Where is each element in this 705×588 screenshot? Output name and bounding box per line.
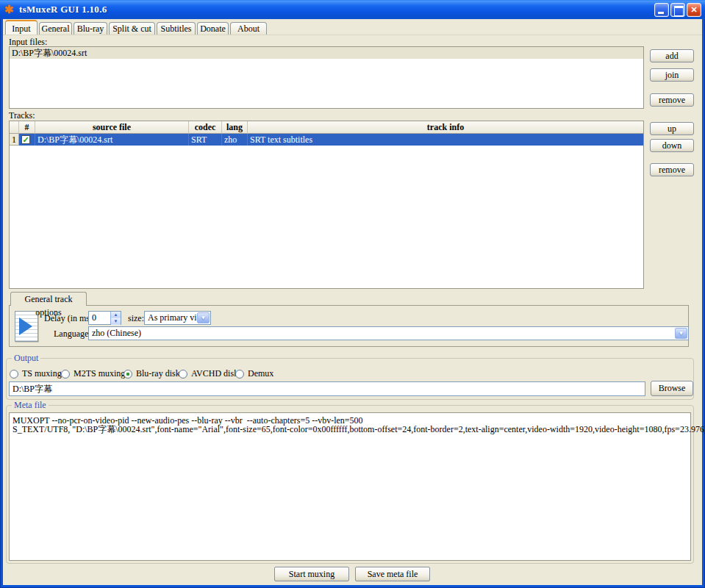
input-files-list[interactable]: D:\BP字幕\00024.srt	[9, 46, 644, 109]
size-label: size:	[128, 314, 144, 323]
delay-spinner[interactable]: 0 ▲ ▼	[88, 311, 121, 325]
join-button[interactable]: join	[650, 68, 694, 82]
radio-label: M2TS muxing	[74, 368, 125, 379]
input-file-item[interactable]: D:\BP字幕\00024.srt	[10, 47, 643, 59]
radio-icon[interactable]	[61, 370, 70, 379]
tab-about[interactable]: About	[230, 22, 267, 35]
window-title: tsMuxeR GUI 1.10.6	[19, 4, 107, 15]
remove-file-button[interactable]: remove	[650, 93, 694, 107]
radio-m2ts-muxing[interactable]: M2TS muxing	[61, 368, 125, 379]
app-icon: ✱	[4, 4, 16, 15]
output-path-input[interactable]	[9, 381, 645, 396]
radio-label: AVCHD disk	[191, 368, 238, 379]
tab-general-track-options[interactable]: General track options	[10, 292, 87, 306]
radio-label: TS muxing	[22, 368, 62, 379]
meta-textarea[interactable]: MUXOPT --no-pcr-on-video-pid --new-audio…	[9, 412, 691, 561]
maximize-button[interactable]	[670, 3, 685, 17]
tracks-header: # source file codec lang track info	[10, 121, 643, 134]
titlebar: ✱ tsMuxeR GUI 1.10.6 ✕	[0, 0, 705, 19]
col-checkbox[interactable]: #	[19, 121, 35, 134]
start-muxing-button[interactable]: Start muxing	[274, 567, 349, 581]
remove-track-button[interactable]: remove	[650, 163, 694, 176]
radio-demux[interactable]: Demux	[235, 368, 273, 379]
language-value: zho (Chinese)	[89, 327, 674, 340]
tab-donate[interactable]: Donate	[197, 22, 229, 35]
radio-avchd-disk[interactable]: AVCHD disk	[179, 368, 238, 379]
col-track-info[interactable]: track info	[248, 121, 643, 134]
radio-selected-icon[interactable]	[124, 370, 132, 379]
tab-general[interactable]: General	[39, 22, 72, 35]
tracks-label: Tracks:	[9, 111, 35, 121]
tab-split-cut[interactable]: Split & cut	[109, 22, 155, 35]
close-button[interactable]: ✕	[687, 3, 701, 17]
track-source: D:\BP字幕\00024.srt	[35, 134, 189, 146]
app-window: ✱ tsMuxeR GUI 1.10.6 ✕ Input General Blu…	[0, 0, 705, 588]
browse-button[interactable]: Browse	[651, 381, 693, 396]
track-info: SRT text subtitles	[248, 134, 643, 146]
up-button[interactable]: up	[650, 122, 694, 135]
tab-divider	[3, 35, 702, 35]
radio-label: Blu-ray disk	[136, 368, 180, 379]
subtitle-track-icon	[15, 311, 38, 342]
delay-value: 0	[92, 312, 96, 323]
add-button[interactable]: add	[650, 49, 694, 62]
track-row-number: 1	[10, 134, 19, 146]
chevron-down-icon[interactable]: ▼	[197, 312, 210, 323]
track-row[interactable]: 1 ✓ D:\BP字幕\00024.srt SRT zho SRT text s…	[10, 134, 643, 146]
col-lang[interactable]: lang	[222, 121, 248, 134]
track-codec: SRT	[189, 134, 222, 146]
col-source-file[interactable]: source file	[35, 121, 189, 134]
output-label: Output	[12, 354, 40, 362]
tab-subtitles[interactable]: Subtitles	[157, 22, 196, 35]
meta-file-label: Meta file	[12, 401, 49, 409]
language-combobox[interactable]: zho (Chinese) ▼	[88, 326, 689, 340]
radio-icon[interactable]	[10, 370, 18, 379]
spinner-up-icon[interactable]: ▲	[111, 312, 121, 318]
col-codec[interactable]: codec	[189, 121, 222, 134]
tab-blu-ray[interactable]: Blu-ray	[74, 22, 107, 35]
radio-icon[interactable]	[235, 370, 244, 379]
size-combobox[interactable]: As primary video ▼	[144, 311, 211, 325]
track-checkbox[interactable]: ✓	[21, 135, 30, 144]
down-button[interactable]: down	[650, 139, 694, 152]
tab-input[interactable]: Input	[5, 20, 37, 35]
radio-label: Demux	[248, 368, 273, 379]
meta-line-2: S_TEXT/UTF8, "D:\BP字幕\00024.srt",font-na…	[12, 425, 687, 434]
col-corner	[10, 121, 19, 134]
minimize-button[interactable]	[654, 3, 669, 17]
size-value: As primary video	[145, 312, 196, 324]
spinner-down-icon[interactable]: ▼	[111, 318, 121, 325]
save-meta-file-button[interactable]: Save meta file	[355, 567, 430, 581]
radio-icon[interactable]	[179, 370, 187, 379]
language-label: Language:	[54, 329, 91, 339]
track-lang: zho	[222, 134, 248, 146]
tracks-table[interactable]: # source file codec lang track info 1 ✓ …	[9, 121, 644, 289]
radio-blu-ray-disk[interactable]: Blu-ray disk	[124, 368, 180, 379]
chevron-down-icon[interactable]: ▼	[675, 328, 687, 339]
radio-ts-muxing[interactable]: TS muxing	[10, 368, 62, 379]
